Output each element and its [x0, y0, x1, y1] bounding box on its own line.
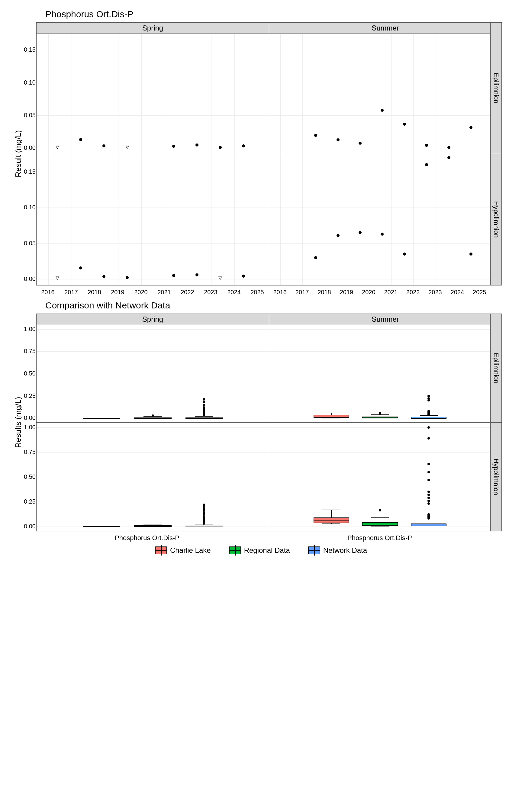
y-tick: 0.15	[18, 46, 36, 53]
outlier-point	[427, 491, 430, 493]
x-tick: 2018	[87, 289, 101, 296]
data-point	[359, 142, 362, 145]
outlier-point	[203, 398, 205, 401]
legend-item-regional: Regional Data	[229, 546, 290, 555]
outlier-point	[427, 513, 430, 516]
data-point	[126, 276, 129, 279]
data-point	[447, 156, 450, 159]
outlier-point	[427, 395, 430, 397]
x-tick: 2024	[451, 289, 464, 296]
data-point	[447, 146, 450, 149]
col-header: Summer	[269, 23, 501, 34]
y-tick: 0.00	[18, 144, 36, 151]
y-tick: 0.75	[18, 348, 36, 354]
x-tick: 2020	[362, 289, 376, 296]
data-point	[469, 126, 473, 129]
outlier-point	[427, 493, 430, 496]
facet-panel: Hypolimnion	[269, 154, 502, 285]
legend: Charlie Lake Regional Data Network Data	[12, 546, 510, 555]
data-point	[403, 252, 406, 256]
chart-title-top: Phosphorus Ort.Dis-P	[45, 9, 510, 19]
legend-swatch-icon	[155, 546, 167, 554]
data-point	[172, 274, 175, 277]
legend-item-network: Network Data	[308, 546, 367, 555]
outlier-point	[203, 504, 205, 506]
data-point	[219, 146, 222, 149]
facet-panel: Spring	[36, 313, 269, 423]
legend-swatch-icon	[308, 546, 320, 554]
y-ticks: 0.000.250.500.751.00	[20, 324, 36, 422]
boxplot-box	[362, 522, 398, 526]
x-tick: 2019	[340, 289, 354, 296]
x-tick: 2016	[41, 289, 55, 296]
y-tick: 0.10	[18, 79, 36, 86]
outlier-point	[203, 406, 205, 409]
data-point	[425, 144, 428, 147]
boxplot-box	[185, 526, 223, 527]
y-tick: 0.15	[18, 168, 36, 175]
y-tick: 0.25	[18, 392, 36, 399]
y-ticks: 0.000.050.100.15	[20, 154, 36, 285]
x-ticks: 2016201720182019202020212022202320242025	[36, 287, 269, 296]
data-point	[196, 143, 199, 146]
outlier-point	[427, 410, 430, 412]
data-point	[381, 109, 384, 112]
boxplot-box	[185, 418, 223, 418]
data-point	[469, 252, 473, 256]
outlier-point	[427, 426, 430, 429]
legend-item-charlie: Charlie Lake	[155, 546, 211, 555]
outlier-point	[152, 414, 154, 417]
y-tick: 1.00	[18, 424, 36, 431]
facet-panel: Spring	[36, 22, 269, 154]
x-tick: 2021	[384, 289, 398, 296]
y-tick: 0.00	[18, 414, 36, 421]
y-tick: 0.10	[18, 204, 36, 211]
boxplot-box	[83, 418, 120, 419]
outlier-point	[427, 463, 430, 465]
y-ticks: 0.000.050.100.15	[20, 33, 36, 154]
x-tick: 2025	[473, 289, 486, 296]
outlier-point	[427, 500, 430, 502]
facet-panel	[36, 422, 269, 531]
row-header: Hypolimnion	[490, 423, 501, 531]
plot-area	[269, 423, 490, 531]
x-tick: 2017	[296, 289, 309, 296]
plot-area	[269, 154, 490, 285]
outlier-point	[379, 509, 381, 511]
boxplot-box	[314, 415, 349, 418]
plot-area	[269, 325, 490, 422]
data-point	[242, 275, 245, 278]
y-tick: 0.05	[18, 240, 36, 246]
plot-area	[37, 423, 269, 531]
data-point	[102, 144, 105, 147]
x-tick: 2023	[204, 289, 218, 296]
row-header: Epilimnion	[490, 314, 501, 422]
x-label-bottom: Phosphorus Ort.Dis-P	[269, 533, 501, 542]
boxplot-box	[83, 526, 120, 527]
outlier-point	[427, 437, 430, 440]
row-header: Hypolimnion	[490, 154, 501, 285]
data-point	[102, 275, 105, 278]
boxplot-box	[362, 417, 398, 418]
outlier-point	[427, 479, 430, 481]
chart-title-bottom: Comparison with Network Data	[45, 300, 510, 310]
boxplot-box	[134, 418, 171, 418]
col-header: Spring	[37, 314, 269, 325]
outlier-point	[203, 401, 205, 403]
facet-panel: Hypolimnion	[269, 422, 502, 531]
data-point	[359, 231, 362, 234]
outlier-point	[379, 412, 381, 414]
boxplot-box	[411, 417, 446, 418]
x-tick: 2021	[157, 289, 171, 296]
data-point	[242, 144, 245, 147]
legend-label: Network Data	[323, 546, 367, 555]
outlier-point	[427, 502, 430, 505]
y-tick: 0.05	[18, 112, 36, 119]
facet-grid-bottom: SpringSummerEpilimnionHypolimnion	[36, 313, 510, 531]
legend-label: Charlie Lake	[170, 546, 211, 555]
row-header: Epilimnion	[490, 23, 501, 154]
boxplot-box	[134, 525, 171, 526]
plot-area	[269, 34, 490, 154]
data-point	[79, 266, 82, 269]
y-tick: 0.00	[18, 275, 36, 282]
